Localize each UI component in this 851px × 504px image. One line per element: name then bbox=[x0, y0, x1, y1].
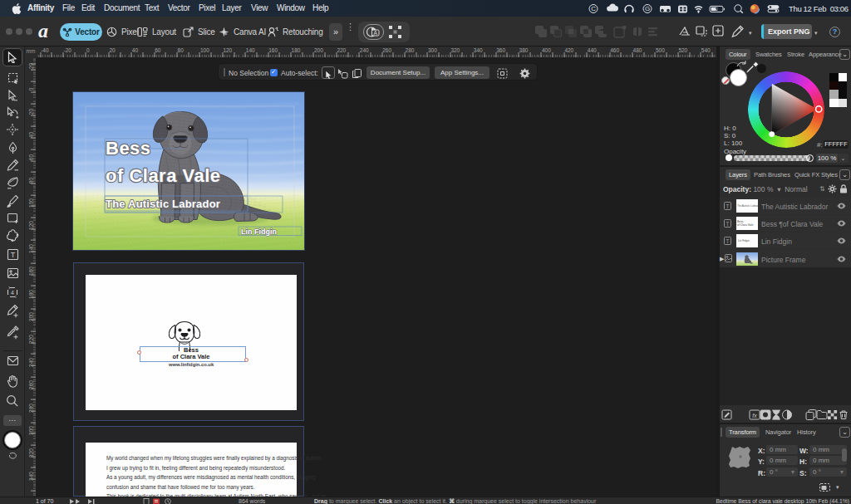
svg-text:The Autistic Labrador: The Autistic Labrador bbox=[106, 198, 220, 210]
svg-text:T: T bbox=[11, 251, 16, 259]
svg-text:of Clara Vale: of Clara Vale bbox=[106, 165, 221, 186]
svg-text:fx: fx bbox=[752, 413, 757, 418]
svg-text:T: T bbox=[726, 203, 730, 209]
svg-text:4: 4 bbox=[11, 290, 14, 296]
svg-text:C: C bbox=[591, 5, 596, 12]
svg-text:Lin Fidgin: Lin Fidgin bbox=[241, 228, 277, 236]
svg-text:T: T bbox=[726, 238, 730, 244]
svg-text:A: A bbox=[374, 30, 378, 36]
svg-text:T: T bbox=[726, 221, 730, 227]
svg-text:Bess: Bess bbox=[106, 138, 151, 159]
svg-text:G: G bbox=[645, 5, 650, 12]
